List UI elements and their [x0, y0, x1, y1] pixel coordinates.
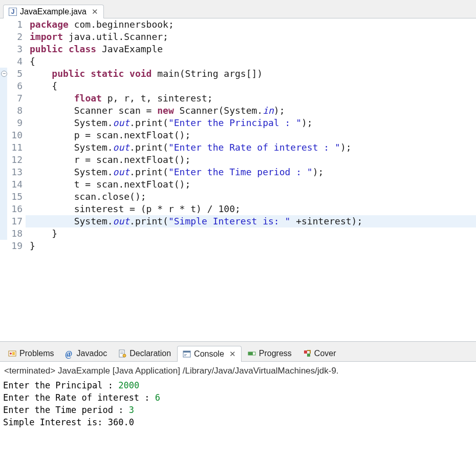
panel-tabbar: Problems @ Javadoc Declaration Console ✕… — [0, 341, 476, 362]
console-line: Enter the Time period : 3 — [3, 404, 473, 416]
javadoc-icon: @ — [66, 349, 74, 358]
code-line[interactable]: { — [30, 55, 476, 68]
fold-strip — [0, 18, 7, 341]
line-number: 1 — [7, 18, 23, 31]
tab-label: Javadoc — [77, 349, 107, 358]
svg-rect-12 — [248, 352, 253, 355]
line-number: 8 — [7, 105, 23, 117]
tab-label: Declaration — [129, 349, 171, 358]
code-line[interactable]: { — [30, 80, 476, 92]
tab-declaration[interactable]: Declaration — [113, 346, 176, 361]
svg-rect-14 — [307, 354, 310, 357]
coverage-icon — [303, 349, 311, 358]
code-line[interactable]: } — [30, 228, 476, 240]
code-line[interactable]: public static void main(String args[]) — [30, 68, 476, 80]
code-line[interactable]: import java.util.Scanner; — [30, 31, 476, 43]
method-range-highlight — [0, 68, 7, 240]
code-line[interactable]: } — [30, 240, 476, 252]
console-line: Enter the Principal : 2000 — [3, 379, 473, 391]
line-number: 10 — [7, 129, 23, 141]
console-icon — [183, 350, 191, 358]
java-file-icon: J — [9, 8, 17, 16]
tab-coverage[interactable]: Cover — [298, 346, 341, 361]
declaration-icon — [118, 349, 126, 358]
line-number: 19 — [7, 240, 23, 252]
tab-label: Cover — [314, 349, 336, 358]
console-view[interactable]: <terminated> JavaExample [Java Applicati… — [0, 362, 476, 430]
line-number: 16 — [7, 203, 23, 215]
line-number: 12 — [7, 154, 23, 166]
line-number: 3 — [7, 43, 23, 55]
editor-tab[interactable]: J JavaExample.java ✕ — [3, 5, 104, 18]
code-line[interactable]: p = scan.nextFloat(); — [30, 129, 476, 141]
code-line[interactable]: r = scan.nextFloat(); — [30, 154, 476, 166]
code-line[interactable]: t = scan.nextFloat(); — [30, 178, 476, 191]
editor-area[interactable]: 12345−678910111213141516171819 package c… — [0, 18, 476, 341]
console-status: <terminated> JavaExample [Java Applicati… — [3, 364, 473, 379]
line-number-gutter: 12345−678910111213141516171819 — [7, 18, 26, 341]
code-line[interactable]: scan.close(); — [30, 191, 476, 203]
line-number: 2 — [7, 31, 23, 43]
code-line[interactable]: float p, r, t, sinterest; — [30, 92, 476, 105]
editor-tabbar: J JavaExample.java ✕ — [0, 0, 476, 18]
close-icon[interactable]: ✕ — [92, 7, 98, 16]
line-number: 13 — [7, 166, 23, 178]
line-number: 4 — [7, 55, 23, 68]
code-line[interactable]: System.out.print("Enter the Time period … — [30, 166, 476, 178]
code-content[interactable]: package com.beginnersbook;import java.ut… — [26, 18, 476, 252]
editor-tab-filename: JavaExample.java — [20, 7, 86, 16]
svg-rect-8 — [183, 351, 190, 353]
close-icon[interactable]: ✕ — [229, 349, 236, 359]
line-number: 14 — [7, 178, 23, 191]
line-number: 6 — [7, 80, 23, 92]
line-number: 9 — [7, 117, 23, 129]
problems-icon — [8, 349, 16, 358]
tab-label: Problems — [19, 349, 54, 358]
tab-console[interactable]: Console ✕ — [177, 346, 242, 362]
tab-label: Console — [194, 349, 224, 359]
tab-label: Progress — [259, 349, 292, 358]
code-line[interactable]: System.out.print("Enter the Rate of inte… — [30, 141, 476, 154]
code-line[interactable]: package com.beginnersbook; — [30, 18, 476, 31]
svg-point-1 — [10, 353, 12, 355]
tab-problems[interactable]: Problems — [3, 346, 59, 361]
code-line[interactable]: Scanner scan = new Scanner(System.in); — [30, 105, 476, 117]
code-line[interactable]: System.out.print("Simple Interest is: " … — [30, 215, 476, 228]
tab-progress[interactable]: Progress — [243, 346, 297, 361]
svg-rect-2 — [12, 352, 15, 355]
code-line[interactable]: sinterest = (p * r * t) / 100; — [30, 203, 476, 215]
line-number: 5− — [7, 68, 23, 80]
svg-point-6 — [123, 354, 126, 357]
code-line[interactable]: System.out.print("Enter the Principal : … — [30, 117, 476, 129]
console-line: Enter the Rate of interest : 6 — [3, 391, 473, 404]
console-output: Enter the Principal : 2000Enter the Rate… — [3, 379, 473, 428]
code-line[interactable]: public class JavaExample — [30, 43, 476, 55]
line-number: 18 — [7, 228, 23, 240]
line-number: 17 — [7, 215, 23, 228]
svg-rect-13 — [304, 350, 307, 354]
progress-icon — [248, 349, 256, 358]
line-number: 11 — [7, 141, 23, 154]
console-line: Simple Interest is: 360.0 — [3, 416, 473, 428]
line-number: 15 — [7, 191, 23, 203]
line-number: 7 — [7, 92, 23, 105]
fold-toggle-icon[interactable]: − — [1, 71, 7, 77]
tab-javadoc[interactable]: @ Javadoc — [60, 346, 113, 361]
